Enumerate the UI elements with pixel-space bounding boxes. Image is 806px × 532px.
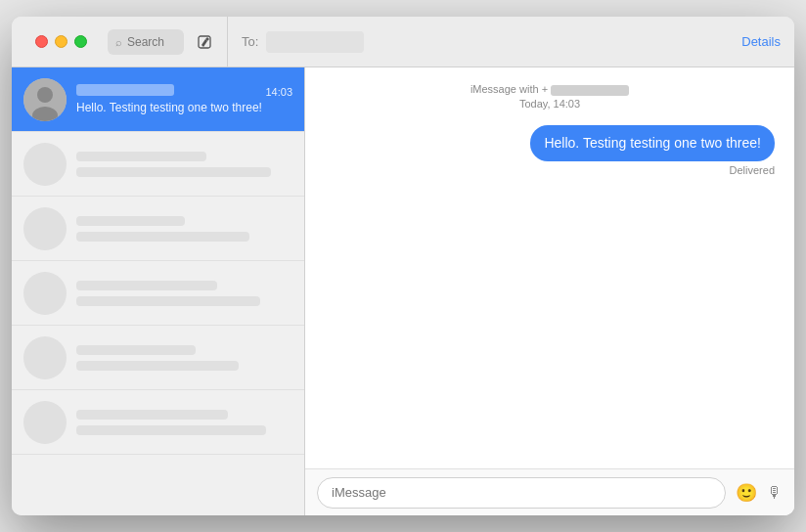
message-date-header: iMessage with + Today, 14:03: [325, 83, 775, 110]
chat-area: iMessage with + Today, 14:03 Hello. Test…: [305, 67, 794, 515]
message-input[interactable]: [317, 477, 726, 509]
avatar-placeholder: [23, 401, 67, 444]
maximize-button[interactable]: [74, 35, 87, 48]
list-item[interactable]: [12, 261, 304, 326]
conv-top: 14:03: [76, 84, 292, 98]
avatar-placeholder: [23, 143, 67, 186]
row-content: [76, 281, 292, 306]
name-placeholder: [76, 345, 196, 355]
row-content: [76, 152, 292, 177]
search-bar[interactable]: ⌕: [108, 29, 184, 55]
row-content: [76, 410, 292, 435]
list-item[interactable]: [12, 197, 304, 261]
row-content: [76, 345, 292, 371]
to-label: To:: [242, 34, 258, 49]
compose-icon: [197, 34, 212, 50]
avatar-placeholder: [23, 272, 67, 315]
conversation-item[interactable]: 14:03 Hello. Testing testing one two thr…: [12, 67, 304, 132]
avatar-placeholder: [23, 336, 67, 379]
preview-placeholder: [76, 361, 239, 371]
svg-point-2: [37, 87, 53, 103]
row-content: [76, 216, 292, 242]
messages-window: ⌕ To: Details: [12, 17, 794, 515]
name-placeholder: [76, 216, 185, 226]
minimize-button[interactable]: [55, 35, 67, 48]
conv-preview: Hello. Testing testing one two three!: [76, 101, 292, 114]
search-icon: ⌕: [115, 36, 122, 48]
avatar-image: [23, 78, 67, 121]
compose-button[interactable]: [192, 29, 217, 55]
mic-icon[interactable]: 🎙: [767, 484, 783, 502]
list-item[interactable]: [12, 132, 304, 197]
imessage-label: iMessage with +: [325, 83, 775, 96]
sidebar: 14:03 Hello. Testing testing one two thr…: [12, 67, 305, 515]
main-content: 14:03 Hello. Testing testing one two thr…: [12, 67, 794, 515]
messages-container: iMessage with + Today, 14:03 Hello. Test…: [305, 67, 794, 468]
emoji-icon[interactable]: 🙂: [736, 482, 757, 504]
name-placeholder: [76, 410, 228, 420]
input-bar: 🙂 🎙: [305, 468, 794, 515]
conv-info: 14:03 Hello. Testing testing one two thr…: [76, 84, 292, 114]
chat-header: To: Details: [227, 17, 794, 66]
date-line: Today, 14:03: [325, 98, 775, 110]
preview-placeholder: [76, 232, 249, 242]
name-placeholder: [76, 152, 206, 161]
title-bar: ⌕ To: Details: [12, 17, 794, 67]
delivered-label: Delivered: [730, 164, 775, 176]
preview-placeholder: [76, 425, 266, 435]
avatar-placeholder: [23, 207, 67, 250]
preview-placeholder: [76, 296, 260, 306]
preview-placeholder: [76, 167, 271, 177]
to-input[interactable]: [266, 31, 364, 53]
traffic-lights: [22, 35, 100, 48]
close-button[interactable]: [35, 35, 48, 48]
name-placeholder: [76, 281, 217, 290]
message-bubble: Hello. Testing testing one two three!: [530, 125, 775, 162]
search-input[interactable]: [127, 35, 176, 49]
conv-name: [76, 84, 174, 96]
list-item[interactable]: [12, 326, 304, 390]
message-bubble-container: Hello. Testing testing one two three! De…: [325, 125, 775, 177]
sidebar-header: ⌕: [12, 29, 227, 55]
conv-time: 14:03: [265, 86, 292, 98]
contact-number-placeholder: [551, 85, 629, 96]
avatar: [23, 78, 67, 121]
details-button[interactable]: Details: [741, 34, 781, 49]
list-item[interactable]: [12, 390, 304, 455]
